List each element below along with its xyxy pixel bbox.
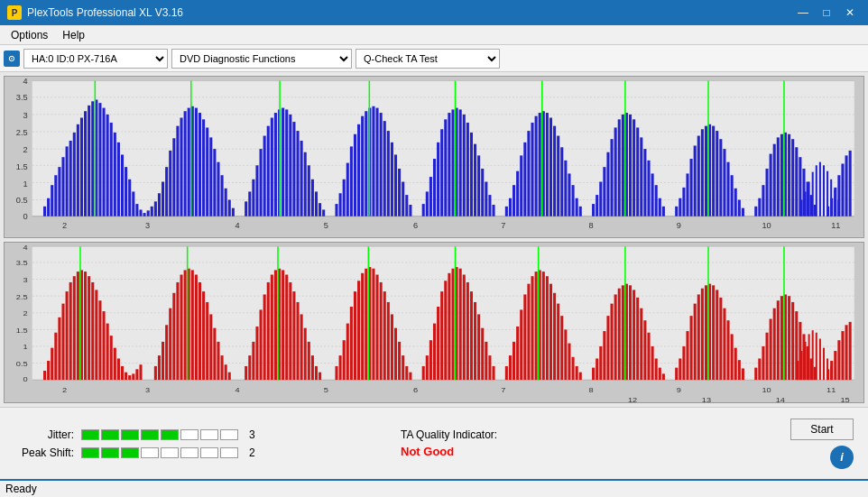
jitter-seg-1: [81, 429, 99, 440]
svg-text:12: 12: [628, 396, 638, 402]
jitter-seg-6: [180, 429, 199, 440]
svg-rect-372: [470, 291, 473, 380]
svg-rect-278: [77, 272, 79, 380]
svg-rect-107: [383, 121, 386, 216]
svg-rect-78: [267, 126, 270, 216]
svg-rect-284: [98, 300, 101, 380]
svg-rect-59: [188, 108, 190, 216]
svg-text:5: 5: [324, 222, 328, 230]
svg-rect-407: [618, 288, 621, 379]
svg-rect-419: [662, 373, 665, 380]
svg-rect-226: [826, 171, 828, 216]
svg-rect-442: [765, 332, 768, 379]
svg-rect-292: [128, 375, 131, 380]
svg-text:4: 4: [23, 78, 27, 86]
top-chart: 4 3.5 3 2.5 2 1.5 1 0.5 0: [4, 76, 864, 238]
svg-rect-223: [816, 165, 817, 216]
svg-rect-405: [611, 303, 614, 380]
svg-rect-151: [564, 161, 567, 216]
svg-rect-408: [622, 285, 624, 380]
svg-rect-344: [357, 281, 360, 380]
svg-rect-462: [849, 321, 852, 379]
svg-rect-200: [773, 144, 776, 216]
svg-rect-354: [394, 327, 397, 379]
svg-text:0: 0: [23, 374, 27, 382]
maximize-button[interactable]: □: [816, 5, 837, 21]
svg-rect-158: [599, 182, 602, 216]
svg-text:14: 14: [776, 396, 786, 402]
svg-rect-373: [474, 301, 476, 379]
ta-quality-value: Not Good: [401, 445, 454, 458]
svg-rect-133: [488, 195, 491, 216]
svg-rect-220: [804, 191, 806, 216]
info-button[interactable]: i: [830, 446, 854, 469]
svg-rect-363: [437, 307, 439, 380]
svg-text:8: 8: [588, 222, 593, 230]
svg-rect-56: [176, 126, 179, 216]
test-select[interactable]: Q-Check TA Test: [356, 49, 500, 69]
svg-rect-443: [770, 318, 772, 380]
device-select[interactable]: HA:0 ID:0 PX-716A: [23, 49, 168, 69]
svg-rect-111: [398, 169, 401, 216]
svg-rect-112: [402, 182, 404, 216]
peak-shift-value: 2: [249, 446, 255, 459]
menu-options[interactable]: Options: [4, 27, 55, 43]
svg-rect-181: [694, 145, 697, 216]
bottom-chart-svg: 4 3.5 3 2.5 2 1.5 1 0.5 0: [5, 243, 863, 403]
svg-rect-307: [195, 274, 198, 380]
title-left: P PlexTools Professional XL V3.16: [7, 5, 183, 20]
svg-rect-183: [701, 129, 704, 216]
function-select[interactable]: DVD Diagnostic Functions: [171, 49, 352, 69]
svg-rect-123: [451, 109, 454, 216]
svg-rect-110: [394, 154, 397, 216]
svg-text:3.5: 3.5: [16, 94, 28, 102]
svg-rect-160: [606, 152, 609, 216]
jitter-seg-7: [200, 429, 218, 440]
svg-rect-446: [780, 296, 783, 380]
svg-rect-306: [191, 270, 194, 380]
svg-rect-86: [296, 131, 299, 216]
svg-rect-164: [622, 115, 624, 216]
svg-rect-461: [845, 325, 848, 380]
svg-rect-295: [139, 364, 142, 380]
svg-rect-178: [682, 188, 685, 216]
svg-text:9: 9: [677, 222, 681, 230]
svg-rect-334: [308, 341, 310, 379]
jitter-label: Jitter:: [11, 428, 74, 441]
svg-rect-35: [98, 103, 101, 216]
svg-rect-327: [282, 270, 284, 380]
menu-help[interactable]: Help: [55, 27, 92, 43]
svg-rect-45: [135, 204, 138, 216]
svg-rect-154: [576, 198, 578, 216]
svg-rect-170: [643, 149, 646, 216]
ta-quality-label: TA Quality Indicator:: [401, 428, 497, 441]
svg-rect-445: [777, 300, 780, 380]
svg-rect-348: [372, 268, 374, 379]
main-content: 4 3.5 3 2.5 2 1.5 1 0.5 0: [0, 72, 868, 407]
minimize-button[interactable]: —: [792, 5, 814, 21]
svg-rect-23: [54, 175, 57, 216]
svg-rect-389: [542, 272, 545, 380]
svg-rect-464: [800, 351, 802, 380]
svg-rect-187: [716, 131, 718, 216]
svg-rect-385: [527, 283, 530, 380]
svg-text:7: 7: [501, 222, 505, 230]
svg-text:3: 3: [145, 385, 150, 393]
svg-rect-216: [841, 163, 844, 216]
peak-seg-6: [180, 447, 199, 458]
close-button[interactable]: ✕: [839, 5, 861, 21]
svg-rect-148: [553, 126, 556, 216]
start-button[interactable]: Start: [790, 419, 854, 440]
svg-rect-33: [91, 101, 94, 216]
svg-rect-428: [705, 285, 707, 380]
svg-rect-47: [143, 213, 146, 216]
svg-rect-276: [69, 281, 72, 379]
svg-rect-77: [263, 136, 266, 216]
svg-rect-401: [596, 358, 598, 380]
svg-text:8: 8: [588, 385, 593, 393]
svg-rect-321: [260, 309, 263, 380]
svg-text:5: 5: [324, 385, 328, 393]
svg-rect-367: [451, 268, 454, 379]
title-bar: P PlexTools Professional XL V3.16 — □ ✕: [0, 0, 868, 25]
svg-rect-330: [292, 291, 295, 380]
